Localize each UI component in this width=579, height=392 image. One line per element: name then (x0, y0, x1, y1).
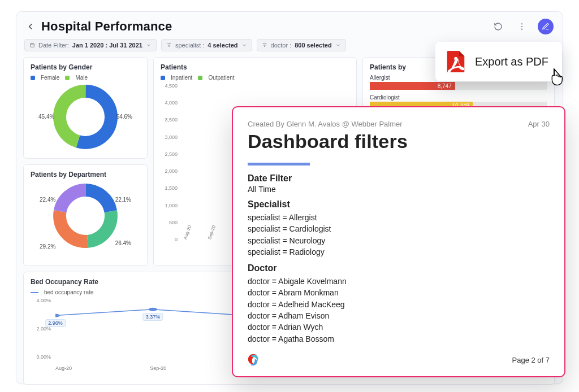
page-title: Hospital Performance (41, 19, 172, 34)
dept-pct: 26.4% (115, 240, 131, 246)
pdf-divider (248, 163, 310, 165)
svg-point-11 (55, 314, 60, 317)
chevron-down-icon (335, 42, 341, 48)
specialist-name: Cardiologist (370, 94, 547, 101)
pdf-created-by: Created By Glenn M. Avalos @ Webber Palm… (248, 120, 550, 128)
pdf-heading-doctor: Doctor (248, 263, 550, 273)
list-item: specialist = Allergist (248, 212, 550, 223)
bed-point-label: 2.96% (45, 319, 66, 327)
export-label: Export as PDF (475, 55, 548, 68)
list-item: doctor = Agatha Bossom (248, 333, 550, 345)
more-menu-button[interactable] (514, 19, 530, 34)
chevron-down-icon (146, 42, 152, 48)
pdf-heading-datefilter: Date Filter (248, 173, 550, 184)
list-item: specialist = Radiology (248, 246, 550, 258)
svg-rect-3 (31, 43, 34, 47)
gender-legend: Female Male (31, 75, 140, 81)
pdf-title: Dashboard filters (248, 130, 550, 153)
list-item: doctor = Abram Monkman (248, 287, 550, 298)
filter-chip-label: doctor : (271, 42, 292, 49)
legend-swatch-female (31, 76, 35, 80)
legend-label: bed occupancy rate (44, 289, 93, 295)
filter-chip-label: specialist : (175, 42, 204, 49)
pdf-icon (444, 50, 467, 73)
dept-pct: 22.1% (115, 197, 131, 203)
filter-chip-specialist[interactable]: specialist : 4 selected (161, 39, 252, 51)
legend-label: Outpatient (208, 75, 234, 81)
filter-chip-date[interactable]: Date Filter: Jan 1 2020 : Jul 31 2021 (24, 39, 157, 51)
gender-donut-chart: 45.4% 54.6% (43, 83, 128, 156)
specialist-bar: 8,747 (370, 82, 455, 90)
filter-chip-label: Date Filter: (38, 42, 69, 49)
legend-label: Female (41, 75, 59, 81)
pdf-preview-page: Apr 30 Created By Glenn M. Avalos @ Webb… (232, 106, 565, 377)
patients-legend: Inpatient Outpatient (161, 75, 349, 81)
card-title: Patients by Department (31, 171, 140, 178)
pdf-logo-icon (244, 351, 263, 368)
list-item: doctor = Abigale Kovelmann (248, 276, 550, 287)
svg-point-0 (521, 23, 522, 24)
filter-chip-value: Jan 1 2020 : Jul 31 2021 (72, 42, 142, 49)
bed-y-axis: 4.00%2.00%0.00% (31, 298, 53, 360)
pointer-cursor-icon (547, 67, 567, 92)
svg-point-12 (149, 308, 157, 311)
gender-pct-male: 54.6% (116, 114, 132, 120)
legend-swatch-inpatient (161, 76, 165, 80)
list-item: doctor = Adelheid MacKeeg (248, 299, 550, 310)
filter-chip-value: 4 selected (208, 42, 237, 49)
pdf-list-doctor: doctor = Abigale Kovelmanndoctor = Abram… (248, 276, 550, 345)
list-item: doctor = Adrian Wych (248, 321, 550, 333)
refresh-button[interactable] (490, 19, 506, 34)
legend-swatch-outpatient (198, 76, 202, 80)
card-patients-by-gender: Patients by Gender Female Male 45.4% 54.… (23, 57, 148, 159)
topbar: Hospital Performance (23, 19, 556, 39)
export-popover[interactable]: Export as PDF (435, 42, 562, 81)
chevron-down-icon (241, 42, 247, 48)
card-patients-by-department: Patients by Department 22.4% 22.1% 29.2%… (23, 164, 148, 266)
dept-pct: 29.2% (40, 243, 55, 250)
pdf-heading-specialist: Specialist (248, 199, 550, 210)
legend-line-icon (31, 292, 38, 293)
card-title: Patients (161, 63, 349, 71)
pdf-value-datefilter: All Time (248, 185, 550, 194)
legend-label: Inpatient (171, 75, 192, 81)
list-item: specialist = Neurology (248, 235, 550, 246)
patients-y-axis: 4,5004,0003,5003,0002,5002,0001,5001,000… (161, 83, 180, 242)
filter-chip-doctor[interactable]: doctor : 800 selected (257, 39, 346, 51)
svg-point-1 (521, 26, 522, 27)
gender-pct-female: 45.4% (38, 114, 54, 120)
filter-chip-value: 800 selected (295, 42, 331, 49)
svg-point-2 (521, 29, 522, 30)
top-actions (490, 19, 554, 34)
legend-label: Male (75, 75, 88, 81)
card-title: Patients by Gender (31, 63, 140, 71)
back-button[interactable] (25, 21, 36, 32)
pdf-page-number: Page 2 of 7 (512, 356, 550, 364)
dept-donut-chart: 22.4% 22.1% 29.2% 26.4% (43, 182, 128, 255)
legend-swatch-male (65, 76, 70, 80)
dept-pct: 22.4% (40, 197, 55, 203)
edit-button[interactable] (538, 19, 554, 34)
list-item: specialist = Cardiologist (248, 223, 550, 234)
bed-point-label: 3.37% (143, 313, 163, 321)
pdf-date: Apr 30 (528, 120, 550, 128)
list-item: doctor = Adham Evison (248, 310, 550, 321)
pdf-list-specialist: specialist = Allergistspecialist = Cardi… (248, 212, 550, 258)
